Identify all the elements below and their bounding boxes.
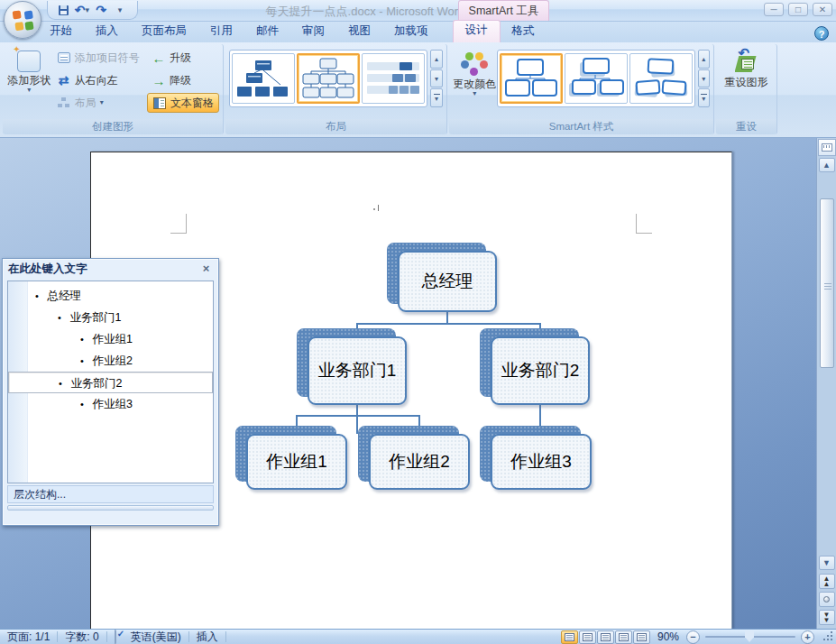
style-gallery-more-button[interactable]: ▾ bbox=[698, 88, 710, 107]
text-pane-item[interactable]: • 作业组3 bbox=[8, 393, 213, 415]
text-pane-toggle-button[interactable]: 文本窗格 bbox=[147, 93, 219, 113]
web-layout-view-button[interactable] bbox=[597, 630, 614, 644]
layout-thumb-1[interactable] bbox=[232, 53, 295, 104]
zoom-in-button[interactable]: + bbox=[801, 630, 814, 644]
text-pane-body[interactable]: • 总经理 • 业务部门1 • 作业组1 • 作业组2 • 业务部门2 • 作业… bbox=[7, 281, 214, 483]
select-browse-object-button[interactable] bbox=[819, 592, 835, 607]
vertical-scrollbar: ▲ ▼ ▲▲ ▼▼ bbox=[816, 138, 836, 629]
zoom-out-button[interactable]: − bbox=[686, 630, 700, 644]
layout-thumb-3[interactable] bbox=[362, 53, 425, 104]
layout-thumb-1-icon bbox=[235, 57, 291, 100]
redo-button[interactable]: ↷ bbox=[93, 3, 109, 18]
add-shape-button[interactable]: 添加形状 ▾ bbox=[6, 48, 52, 119]
status-bar: 页面: 1/1 字数: 0 英语(美国) 插入 90% − + bbox=[0, 629, 836, 644]
save-button[interactable] bbox=[55, 3, 71, 18]
promote-button[interactable]: ← 升级 bbox=[147, 48, 219, 68]
add-bullet-button[interactable]: 添加项目符号 bbox=[52, 48, 147, 68]
qat-customize-button[interactable]: ▾ bbox=[112, 3, 128, 18]
text-pane-item-selected[interactable]: • 业务部门2 bbox=[8, 372, 213, 393]
reset-graphic-button[interactable]: ↶ 重设图形 bbox=[721, 48, 773, 119]
layout-gallery-up-button[interactable]: ▴ bbox=[430, 50, 443, 69]
layout-gallery-scroll: ▴ ▾ ▾ bbox=[430, 50, 443, 107]
next-page-button[interactable]: ▼▼ bbox=[819, 610, 835, 625]
style-thumb-3[interactable] bbox=[629, 53, 693, 104]
tab-references[interactable]: 引用 bbox=[198, 21, 244, 42]
word-count[interactable]: 字数: 0 bbox=[58, 630, 106, 644]
maximize-button[interactable]: □ bbox=[788, 3, 808, 16]
page-indicator[interactable]: 页面: 1/1 bbox=[0, 630, 57, 644]
style-thumb-1-icon bbox=[503, 57, 559, 100]
layout-icon bbox=[57, 96, 71, 110]
tab-home[interactable]: 开始 bbox=[38, 21, 84, 42]
org-node-business-dept-2[interactable]: 业务部门2 bbox=[491, 336, 590, 405]
previous-page-button[interactable]: ▲▲ bbox=[819, 574, 835, 589]
demote-button[interactable]: → 降级 bbox=[147, 70, 219, 90]
view-shortcut-buttons bbox=[561, 630, 650, 644]
style-thumb-1[interactable] bbox=[500, 53, 563, 104]
style-gallery-up-button[interactable]: ▴ bbox=[698, 50, 710, 69]
text-pane-resize-handle[interactable] bbox=[7, 505, 214, 511]
office-button[interactable] bbox=[4, 1, 41, 39]
scrollbar-track[interactable] bbox=[819, 173, 835, 555]
full-screen-reading-view-button[interactable] bbox=[579, 630, 596, 644]
tab-review[interactable]: 审阅 bbox=[290, 21, 336, 42]
language-indicator[interactable]: 英语(美国) bbox=[124, 630, 188, 644]
draft-view-button[interactable] bbox=[633, 630, 650, 644]
tab-insert[interactable]: 插入 bbox=[84, 21, 130, 42]
zoom-slider-track[interactable] bbox=[705, 636, 795, 638]
undo-button[interactable]: ↶▾ bbox=[74, 3, 90, 18]
spell-check-icon bbox=[115, 630, 116, 644]
tab-smartart-format[interactable]: 格式 bbox=[501, 21, 547, 42]
group-label-smartart-styles: SmartArt 样式 bbox=[449, 119, 713, 134]
print-layout-view-button[interactable] bbox=[561, 630, 578, 644]
org-node-work-group-3[interactable]: 作业组3 bbox=[491, 434, 592, 490]
outline-view-button[interactable] bbox=[615, 630, 632, 644]
text-pane-footer: 层次结构... bbox=[7, 485, 214, 503]
tab-addins[interactable]: 加载项 bbox=[382, 21, 440, 42]
scrollbar-thumb[interactable] bbox=[820, 198, 834, 368]
close-button[interactable]: ✕ bbox=[813, 3, 832, 16]
tab-smartart-design[interactable]: 设计 bbox=[453, 20, 501, 42]
add-shape-icon bbox=[17, 51, 41, 72]
scroll-up-button[interactable]: ▲ bbox=[819, 158, 835, 172]
insert-mode-indicator[interactable]: 插入 bbox=[189, 630, 225, 644]
text-pane-item[interactable]: • 作业组2 bbox=[8, 350, 213, 372]
style-gallery-down-button[interactable]: ▾ bbox=[698, 69, 710, 88]
org-node-general-manager[interactable]: 总经理 bbox=[398, 251, 497, 312]
zoom-slider-handle[interactable] bbox=[745, 630, 754, 642]
minimize-button[interactable]: ─ bbox=[764, 3, 784, 16]
org-node-business-dept-1[interactable]: 业务部门1 bbox=[308, 336, 407, 405]
scroll-down-button[interactable]: ▼ bbox=[819, 556, 835, 570]
window-resize-grip[interactable] bbox=[822, 630, 834, 643]
text-pane-icon bbox=[152, 96, 167, 110]
layout-thumb-2[interactable] bbox=[297, 53, 360, 104]
layout-button[interactable]: 布局 ▾ bbox=[52, 93, 147, 113]
save-icon bbox=[59, 5, 69, 15]
layout-gallery-more-button[interactable]: ▾ bbox=[430, 88, 443, 107]
text-pane-item[interactable]: • 作业组1 bbox=[8, 328, 213, 350]
add-shape-dropdown-icon: ▾ bbox=[27, 87, 31, 94]
office-logo-icon bbox=[13, 9, 35, 32]
tab-view[interactable]: 视图 bbox=[336, 21, 382, 42]
ruler-toggle-button[interactable] bbox=[818, 139, 836, 156]
document-workspace: 总经理 业务部门1 业务部门2 作业组1 作业组2 作业组3 bbox=[0, 138, 836, 629]
spell-check-status[interactable] bbox=[107, 630, 124, 644]
style-thumb-2[interactable] bbox=[565, 53, 628, 104]
tab-page-layout[interactable]: 页面布局 bbox=[130, 21, 198, 42]
close-icon[interactable]: × bbox=[199, 262, 213, 276]
layout-gallery-down-button[interactable]: ▾ bbox=[430, 69, 443, 88]
browse-object-controls: ▲▲ ▼▼ bbox=[819, 570, 835, 629]
tab-mailings[interactable]: 邮件 bbox=[244, 21, 290, 42]
change-colors-button[interactable]: 更改颜色 ▾ bbox=[453, 50, 497, 119]
right-to-left-button[interactable]: ⇄ 从右向左 bbox=[52, 70, 147, 90]
redo-icon: ↷ bbox=[96, 4, 106, 16]
browse-object-icon bbox=[823, 596, 830, 603]
text-pane-item[interactable]: • 总经理 bbox=[8, 285, 213, 307]
text-pane-item[interactable]: • 业务部门1 bbox=[8, 307, 213, 328]
ribbon: 添加形状 ▾ 添加项目符号 ⇄ 从右向左 bbox=[0, 42, 836, 138]
ruler-icon bbox=[822, 143, 832, 152]
zoom-level[interactable]: 90% bbox=[650, 630, 686, 643]
org-node-work-group-1[interactable]: 作业组1 bbox=[246, 434, 347, 490]
help-button[interactable]: ? bbox=[814, 26, 829, 41]
org-node-work-group-2[interactable]: 作业组2 bbox=[369, 434, 470, 490]
